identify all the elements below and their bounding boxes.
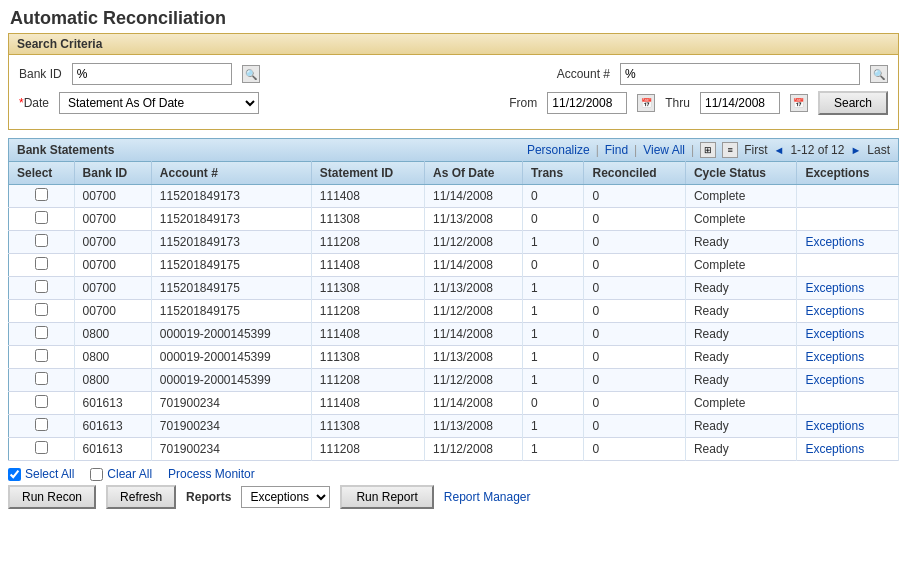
account-label: Account # bbox=[557, 67, 610, 81]
pagination-last: Last bbox=[867, 143, 890, 157]
prev-page-arrow[interactable]: ◄ bbox=[773, 144, 784, 156]
search-button[interactable]: Search bbox=[818, 91, 888, 115]
cell-reconciled: 0 bbox=[584, 346, 685, 369]
personalize-link[interactable]: Personalize bbox=[527, 143, 590, 157]
exceptions-link[interactable]: Exceptions bbox=[805, 235, 864, 249]
cell-cycle_status: Ready bbox=[685, 438, 796, 461]
exceptions-link[interactable]: Exceptions bbox=[805, 442, 864, 456]
cell-as_of: 11/14/2008 bbox=[424, 254, 522, 277]
account-input[interactable] bbox=[620, 63, 860, 85]
row-select-checkbox[interactable] bbox=[35, 257, 48, 270]
cell-stmt_id: 111308 bbox=[311, 277, 424, 300]
reports-select[interactable]: Exceptions Summary Detail bbox=[241, 486, 330, 508]
table-section-title: Bank Statements bbox=[17, 143, 114, 157]
cell-exceptions bbox=[797, 392, 899, 415]
row-select-checkbox[interactable] bbox=[35, 234, 48, 247]
row-select-checkbox[interactable] bbox=[35, 441, 48, 454]
cell-reconciled: 0 bbox=[584, 415, 685, 438]
col-cycle-status: Cycle Status bbox=[685, 162, 796, 185]
grid-icon-btn[interactable]: ⊞ bbox=[700, 142, 716, 158]
page-title: Automatic Reconciliation bbox=[0, 0, 907, 33]
row-select-checkbox[interactable] bbox=[35, 280, 48, 293]
select-all-link[interactable]: Select All bbox=[25, 467, 74, 481]
next-page-arrow[interactable]: ► bbox=[850, 144, 861, 156]
account-search-icon[interactable]: 🔍 bbox=[870, 65, 888, 83]
exceptions-link[interactable]: Exceptions bbox=[805, 281, 864, 295]
report-manager-link[interactable]: Report Manager bbox=[444, 490, 531, 504]
cell-bank_id: 0800 bbox=[74, 323, 151, 346]
cell-trans: 1 bbox=[523, 300, 584, 323]
table-row: 0070011520184917511130811/13/200810Ready… bbox=[9, 277, 899, 300]
cell-bank_id: 0800 bbox=[74, 346, 151, 369]
pagination-range: 1-12 of 12 bbox=[790, 143, 844, 157]
cell-reconciled: 0 bbox=[584, 231, 685, 254]
col-select: Select bbox=[9, 162, 75, 185]
clear-all-link[interactable]: Clear All bbox=[107, 467, 152, 481]
bank-id-search-icon[interactable]: 🔍 bbox=[242, 65, 260, 83]
cell-trans: 0 bbox=[523, 254, 584, 277]
cell-account: 115201849175 bbox=[151, 254, 311, 277]
cell-as_of: 11/14/2008 bbox=[424, 392, 522, 415]
exceptions-link[interactable]: Exceptions bbox=[805, 327, 864, 341]
footer-row1: Select All Clear All Process Monitor bbox=[8, 467, 899, 481]
cell-reconciled: 0 bbox=[584, 185, 685, 208]
cell-trans: 1 bbox=[523, 277, 584, 300]
cell-reconciled: 0 bbox=[584, 369, 685, 392]
date-select[interactable]: Statement As Of Date Accounting Date Tra… bbox=[59, 92, 259, 114]
row-select-checkbox[interactable] bbox=[35, 188, 48, 201]
cell-bank_id: 00700 bbox=[74, 277, 151, 300]
cell-trans: 1 bbox=[523, 323, 584, 346]
exceptions-link[interactable]: Exceptions bbox=[805, 350, 864, 364]
cell-account: 000019-2000145399 bbox=[151, 323, 311, 346]
col-as-of-date: As Of Date bbox=[424, 162, 522, 185]
exceptions-link[interactable]: Exceptions bbox=[805, 304, 864, 318]
table-row: 0070011520184917511140811/14/200800Compl… bbox=[9, 254, 899, 277]
row-select-checkbox[interactable] bbox=[35, 349, 48, 362]
run-report-button[interactable]: Run Report bbox=[340, 485, 433, 509]
cell-account: 000019-2000145399 bbox=[151, 369, 311, 392]
cell-bank_id: 601613 bbox=[74, 392, 151, 415]
cell-trans: 1 bbox=[523, 415, 584, 438]
list-icon-btn[interactable]: ≡ bbox=[722, 142, 738, 158]
thru-calendar-icon[interactable]: 📅 bbox=[790, 94, 808, 112]
cell-as_of: 11/13/2008 bbox=[424, 346, 522, 369]
exceptions-link[interactable]: Exceptions bbox=[805, 419, 864, 433]
row-select-checkbox[interactable] bbox=[35, 303, 48, 316]
cell-account: 000019-2000145399 bbox=[151, 346, 311, 369]
cell-stmt_id: 111308 bbox=[311, 208, 424, 231]
cell-trans: 1 bbox=[523, 438, 584, 461]
refresh-button[interactable]: Refresh bbox=[106, 485, 176, 509]
from-date-input[interactable] bbox=[547, 92, 627, 114]
exceptions-link[interactable]: Exceptions bbox=[805, 373, 864, 387]
cell-trans: 1 bbox=[523, 369, 584, 392]
bank-id-input[interactable] bbox=[72, 63, 232, 85]
from-calendar-icon[interactable]: 📅 bbox=[637, 94, 655, 112]
select-all-checkbox[interactable] bbox=[8, 468, 21, 481]
cell-bank_id: 0800 bbox=[74, 369, 151, 392]
col-reconciled: Reconciled bbox=[584, 162, 685, 185]
row-select-checkbox[interactable] bbox=[35, 211, 48, 224]
cell-reconciled: 0 bbox=[584, 254, 685, 277]
thru-date-input[interactable] bbox=[700, 92, 780, 114]
cell-cycle_status: Ready bbox=[685, 369, 796, 392]
bank-id-label: Bank ID bbox=[19, 67, 62, 81]
run-recon-button[interactable]: Run Recon bbox=[8, 485, 96, 509]
table-row: 0070011520184917511120811/12/200810Ready… bbox=[9, 300, 899, 323]
table-section: Bank Statements Personalize | Find | Vie… bbox=[8, 138, 899, 461]
row-select-checkbox[interactable] bbox=[35, 418, 48, 431]
cell-account: 115201849175 bbox=[151, 300, 311, 323]
cell-account: 115201849173 bbox=[151, 231, 311, 254]
view-all-link[interactable]: View All bbox=[643, 143, 685, 157]
table-header-row: Select Bank ID Account # Statement ID As… bbox=[9, 162, 899, 185]
row-select-checkbox[interactable] bbox=[35, 372, 48, 385]
row-select-checkbox[interactable] bbox=[35, 326, 48, 339]
row-select-checkbox[interactable] bbox=[35, 395, 48, 408]
cell-stmt_id: 111308 bbox=[311, 346, 424, 369]
find-link[interactable]: Find bbox=[605, 143, 628, 157]
clear-all-checkbox[interactable] bbox=[90, 468, 103, 481]
search-criteria-header: Search Criteria bbox=[9, 34, 898, 55]
cell-cycle_status: Complete bbox=[685, 392, 796, 415]
cell-exceptions bbox=[797, 185, 899, 208]
process-monitor-link[interactable]: Process Monitor bbox=[168, 467, 255, 481]
cell-stmt_id: 111208 bbox=[311, 300, 424, 323]
